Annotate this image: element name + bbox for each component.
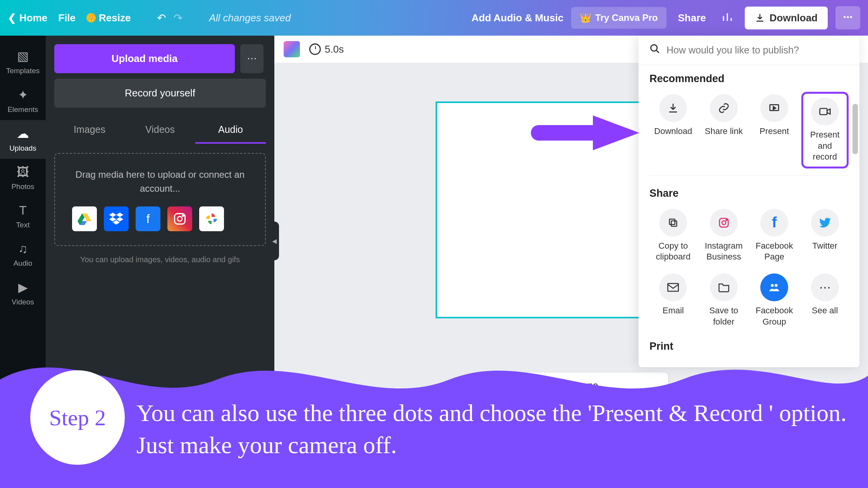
option-copy-clipboard[interactable]: Copy to clipboard — [649, 206, 697, 265]
facebook-icon: f — [760, 209, 788, 237]
background-color-swatch[interactable] — [284, 41, 300, 57]
svg-point-23 — [771, 284, 774, 287]
svg-marker-9 — [116, 217, 123, 221]
copy-icon — [659, 209, 687, 237]
download-button[interactable]: Download — [745, 7, 828, 29]
rail-uploads[interactable]: ☁ Uploads — [0, 120, 46, 159]
upload-dropzone[interactable]: Drag media here to upload or connect an … — [54, 153, 266, 246]
opt-label: Copy to clipboard — [652, 241, 695, 263]
rail-photos[interactable]: 🖼 Photos — [0, 159, 46, 197]
step-badge: Step 2 — [30, 370, 125, 465]
opt-label: Present and record — [805, 129, 846, 163]
svg-rect-18 — [670, 219, 675, 224]
upload-more-icon[interactable]: ⋯ — [240, 44, 264, 73]
topbar: ❮ Home File 👑 Resize ↶ ↷ All changes sav… — [0, 0, 868, 36]
annotation-arrow — [531, 112, 639, 154]
svg-marker-26 — [593, 115, 639, 150]
search-icon — [649, 43, 660, 57]
upload-row: Upload media ⋯ — [54, 44, 266, 73]
svg-marker-6 — [109, 213, 116, 217]
resize-button[interactable]: 👑 Resize — [86, 12, 131, 24]
recommended-section: Recommended Download Share link Present — [639, 65, 859, 172]
file-button[interactable]: File — [58, 12, 76, 24]
record-yourself-button[interactable]: Record yourself — [54, 79, 266, 108]
resize-label: Resize — [99, 12, 131, 24]
divider — [649, 175, 849, 176]
rail-text[interactable]: T Text — [0, 197, 46, 235]
option-facebook-group[interactable]: Facebook Group — [751, 271, 798, 330]
topbar-left: ❮ Home File 👑 Resize ↶ ↷ All changes sav… — [8, 12, 291, 24]
option-email[interactable]: Email — [649, 271, 697, 330]
crown-icon: 👑 — [86, 13, 96, 22]
share-grid-1: Copy to clipboard Instagram Business f F… — [649, 206, 849, 265]
slide-duration[interactable]: 5.0s — [309, 43, 344, 55]
option-instagram-business[interactable]: Instagram Business — [700, 206, 748, 265]
svg-point-14 — [651, 45, 657, 51]
home-button[interactable]: ❮ Home — [8, 12, 47, 24]
upload-hint: You can upload images, videos, audio and… — [54, 255, 266, 264]
add-audio-music-button[interactable]: Add Audio & Music — [472, 12, 563, 24]
dropbox-icon[interactable] — [104, 206, 129, 231]
rail-label: Templates — [6, 67, 40, 75]
publish-search-input[interactable] — [666, 45, 849, 56]
download-label: Download — [770, 12, 818, 24]
option-share-link[interactable]: Share link — [700, 92, 748, 168]
photos-icon: 🖼 — [17, 165, 29, 179]
scrollbar-thumb[interactable] — [852, 104, 858, 154]
facebook-icon[interactable]: f — [136, 206, 160, 231]
option-download[interactable]: Download — [649, 92, 697, 168]
upload-media-button[interactable]: Upload media — [54, 44, 235, 73]
option-facebook-page[interactable]: f Facebook Page — [751, 206, 798, 265]
undo-icon[interactable]: ↶ — [157, 12, 166, 24]
rail-videos[interactable]: ▶ Videos — [0, 274, 46, 313]
option-save-folder[interactable]: Save to folder — [700, 271, 748, 330]
rail-elements[interactable]: ✦ Elements — [0, 81, 46, 120]
rail-audio[interactable]: ♫ Audio — [0, 235, 46, 274]
option-present[interactable]: Present — [751, 92, 798, 168]
rail-label: Photos — [11, 182, 34, 191]
tab-videos[interactable]: Videos — [125, 117, 195, 144]
opt-label: Twitter — [812, 241, 837, 252]
tab-images[interactable]: Images — [54, 117, 125, 144]
share-title: Share — [649, 187, 849, 199]
link-icon — [710, 94, 738, 122]
uploads-icon: ☁ — [17, 126, 29, 141]
collapse-panel-handle[interactable]: ◀ — [270, 222, 279, 260]
tutorial-overlay: Step 2 You can also use the three dots a… — [0, 333, 868, 488]
svg-point-13 — [183, 215, 184, 216]
email-icon — [659, 273, 687, 301]
option-present-and-record[interactable]: Present and record — [801, 92, 849, 168]
more-options-icon[interactable] — [835, 6, 860, 29]
rail-templates[interactable]: ▧ Templates — [0, 43, 46, 81]
try-canva-pro-button[interactable]: 👑 Try Canva Pro — [571, 7, 666, 29]
rail-label: Audio — [14, 259, 33, 268]
google-photos-icon[interactable] — [199, 206, 224, 231]
google-drive-icon[interactable] — [72, 206, 97, 231]
step-text: You can also use the three dots and choo… — [136, 397, 860, 462]
recommended-title: Recommended — [649, 73, 849, 85]
opt-label: Save to folder — [703, 305, 746, 327]
chevron-left-icon: ❮ — [8, 12, 16, 24]
opt-label: Facebook Group — [753, 305, 796, 327]
audio-icon: ♫ — [18, 242, 28, 256]
svg-point-0 — [844, 16, 846, 18]
option-twitter[interactable]: Twitter — [801, 206, 849, 265]
svg-rect-22 — [668, 284, 679, 291]
svg-point-21 — [726, 220, 727, 221]
svg-point-24 — [775, 284, 778, 287]
share-button[interactable]: Share — [674, 12, 710, 24]
topbar-right: Add Audio & Music 👑 Try Canva Pro Share … — [472, 6, 860, 29]
templates-icon: ▧ — [17, 49, 29, 64]
svg-marker-7 — [116, 213, 123, 217]
opt-label: Download — [654, 126, 692, 137]
insights-icon[interactable] — [718, 7, 737, 28]
saved-status: All changes saved — [209, 12, 291, 24]
duration-value: 5.0s — [325, 43, 344, 55]
option-see-all[interactable]: ⋯ See all — [801, 271, 849, 330]
redo-icon[interactable]: ↷ — [174, 12, 183, 24]
download-icon — [659, 94, 687, 122]
tab-audio[interactable]: Audio — [195, 117, 266, 144]
rail-label: Elements — [7, 105, 38, 114]
instagram-icon[interactable] — [167, 206, 192, 231]
crown-icon: 👑 — [580, 12, 591, 23]
